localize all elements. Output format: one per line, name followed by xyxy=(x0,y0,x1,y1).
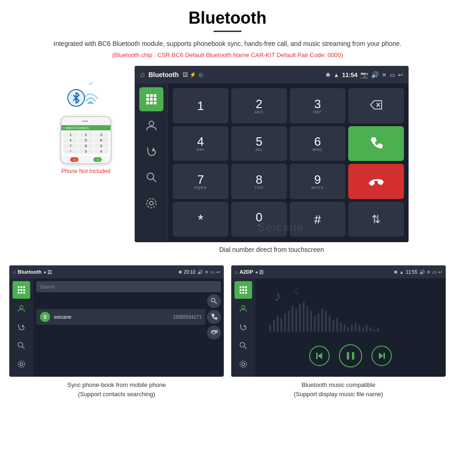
svg-rect-38 xyxy=(245,289,247,291)
svg-rect-52 xyxy=(288,311,290,332)
svg-rect-6 xyxy=(154,98,156,101)
music-rect-icon: ▭ xyxy=(432,270,436,275)
svg-rect-2 xyxy=(150,94,153,97)
svg-rect-74 xyxy=(370,327,371,332)
svg-rect-47 xyxy=(269,325,271,332)
nav-recent[interactable] xyxy=(139,139,163,163)
next-btn[interactable] xyxy=(371,346,392,366)
svg-rect-1 xyxy=(146,94,149,97)
music-recent-icon xyxy=(239,323,247,331)
svg-point-46 xyxy=(240,361,247,367)
svg-rect-54 xyxy=(295,309,297,332)
contact-row[interactable]: S seicane 15885554271 xyxy=(36,309,205,325)
phonebook-nav-dialpad[interactable] xyxy=(13,281,30,299)
dial-key-4[interactable]: 4 GHI xyxy=(173,126,228,161)
dial-key-backspace[interactable] xyxy=(348,88,404,123)
svg-rect-61 xyxy=(321,309,323,332)
dial-key-5[interactable]: 5 JKL xyxy=(231,126,287,161)
dial-key-6[interactable]: 6 MNO xyxy=(290,126,345,161)
svg-line-44 xyxy=(244,347,247,349)
dial-key-endcall[interactable] xyxy=(348,164,404,199)
phonebook-rect-icon: ▭ xyxy=(210,270,214,275)
device-topbar: ⌂ Bluetooth 🖼 ⚡ ◎ ✱ ▲ 11:54 📷 🔊 ✕ ▭ ↩ xyxy=(135,66,409,84)
svg-rect-17 xyxy=(18,286,20,288)
dial-letters-2: ABC xyxy=(254,110,263,114)
music-home-icon: ⌂ xyxy=(235,270,238,275)
contact-name: seicane xyxy=(54,314,169,320)
phonebook-topbar-left: ⌂ Bluetooth ● 🖼 xyxy=(13,269,52,275)
svg-point-0 xyxy=(90,103,91,104)
dial-letters-8: TUV xyxy=(255,186,264,190)
dial-key-9[interactable]: 9 WXYZ xyxy=(290,164,345,199)
dial-num-7: 7 xyxy=(197,174,204,186)
play-pause-btn[interactable] xyxy=(339,344,362,367)
music-nav-dialpad[interactable] xyxy=(234,281,252,299)
phonebook-nav-contacts[interactable] xyxy=(13,300,30,317)
svg-rect-78 xyxy=(316,353,318,359)
svg-point-42 xyxy=(242,306,245,309)
dial-key-hash[interactable]: # xyxy=(290,202,345,237)
music-screen: ⌂ A2DP ● 🖼 ✱ ▲ 11:55 🔊 ✕ ▭ ↩ xyxy=(231,265,446,377)
svg-rect-72 xyxy=(362,327,364,332)
search-contact-btn[interactable] xyxy=(207,294,221,308)
vol-icon: 🔊 xyxy=(371,71,379,78)
svg-rect-80 xyxy=(352,352,354,360)
call-contact-btn[interactable] xyxy=(207,310,221,324)
phonebook-nav-settings[interactable] xyxy=(13,355,30,373)
dial-key-3[interactable]: 3 DEF xyxy=(290,88,345,123)
svg-rect-36 xyxy=(240,289,241,291)
phone-key-6: 6 xyxy=(94,138,109,143)
phonebook-nav-search[interactable] xyxy=(13,337,30,354)
svg-rect-56 xyxy=(303,302,305,332)
dial-key-swap[interactable]: ⇅ xyxy=(348,202,404,237)
music-card: ⌂ A2DP ● 🖼 ✱ ▲ 11:55 🔊 ✕ ▭ ↩ xyxy=(231,265,446,399)
svg-rect-20 xyxy=(18,289,20,291)
phonebook-contacts-icon xyxy=(17,304,26,313)
rect-icon: ▭ xyxy=(390,71,395,78)
phone-key-2: 2 xyxy=(78,132,93,137)
dial-key-star[interactable]: * xyxy=(173,202,228,237)
music-bt-icon: ✱ xyxy=(394,270,397,275)
dial-key-0[interactable]: 0 + xyxy=(231,202,287,237)
phonebook-topbar: ⌂ Bluetooth ● 🖼 ✱ 20:10 🔊 ✕ ▭ ↩ xyxy=(9,265,224,278)
phonebook-title: Bluetooth xyxy=(18,269,41,275)
contact-row-container: S seicane 15885554271 xyxy=(36,294,221,340)
dial-num-star: * xyxy=(198,212,203,226)
music-visual: ♪ ♫ xyxy=(260,283,441,334)
dial-key-7[interactable]: 7 PQRS xyxy=(173,164,228,199)
phone-key-0: 0 xyxy=(78,149,93,154)
phone-key-1: 1 xyxy=(63,132,78,137)
refresh-icon xyxy=(210,329,218,336)
music-nav-settings[interactable] xyxy=(234,355,252,373)
side-nav xyxy=(135,84,168,241)
dial-key-1[interactable]: 1 xyxy=(173,88,228,123)
cam-icon: 📷 xyxy=(360,71,368,78)
dial-key-2[interactable]: 2 ABC xyxy=(231,88,287,123)
music-settings-icon xyxy=(239,360,247,368)
nav-search[interactable] xyxy=(139,165,163,189)
nav-settings[interactable] xyxy=(139,191,163,215)
dial-num-9: 9 xyxy=(314,174,321,186)
bt-info: (Bluetooth chip : CSR BC6 Default Blueto… xyxy=(0,51,455,58)
nav-contacts[interactable] xyxy=(139,113,163,137)
music-nav-recent[interactable] xyxy=(234,318,252,336)
svg-rect-50 xyxy=(280,318,282,332)
svg-rect-7 xyxy=(146,102,149,104)
phone-nav-bar: + Add to Contacts xyxy=(61,125,110,130)
music-nav-contacts[interactable] xyxy=(234,300,252,317)
phone-key-5: 5 xyxy=(78,138,93,143)
music-nav-search[interactable] xyxy=(234,337,252,354)
search-bar[interactable]: Search xyxy=(36,281,221,292)
phonebook-nav-recent[interactable] xyxy=(13,318,30,336)
svg-rect-37 xyxy=(242,289,244,291)
svg-rect-58 xyxy=(310,311,312,332)
svg-rect-9 xyxy=(154,102,156,104)
dial-num-8: 8 xyxy=(256,174,262,186)
refresh-contact-btn[interactable] xyxy=(207,326,221,340)
dial-key-8[interactable]: 8 TUV xyxy=(231,164,287,199)
prev-btn[interactable] xyxy=(309,346,330,366)
home-icon: ⌂ xyxy=(140,71,145,79)
svg-rect-70 xyxy=(355,322,357,332)
dial-key-call[interactable] xyxy=(348,126,404,161)
nav-dialpad[interactable] xyxy=(139,87,163,111)
